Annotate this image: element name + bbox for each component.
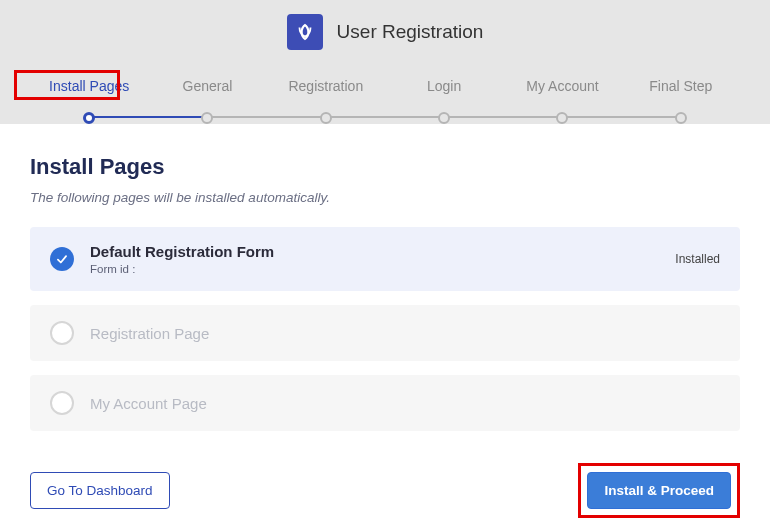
card-title: Registration Page (90, 325, 720, 342)
header-region: User Registration Install Pages General … (0, 0, 770, 124)
card-body: My Account Page (90, 395, 720, 412)
step-label: Final Step (649, 78, 712, 94)
step-dot-icon (438, 112, 450, 124)
page-card-default-registration: Default Registration Form Form id : Inst… (30, 227, 740, 291)
step-label: Install Pages (49, 78, 129, 94)
step-label: Login (427, 78, 461, 94)
page-card-registration-page: Registration Page (30, 305, 740, 361)
install-proceed-button[interactable]: Install & Proceed (587, 472, 731, 509)
app-title: User Registration (337, 21, 484, 43)
step-dot-icon (556, 112, 568, 124)
card-body: Default Registration Form Form id : (90, 243, 659, 275)
step-install-pages[interactable]: Install Pages (30, 78, 148, 124)
stepper: Install Pages General Registration Login… (0, 78, 770, 124)
card-title: My Account Page (90, 395, 720, 412)
app-logo (287, 14, 323, 50)
step-line (444, 116, 562, 118)
step-label: Registration (288, 78, 363, 94)
check-empty-icon (50, 321, 74, 345)
step-dot-icon (675, 112, 687, 124)
title-row: User Registration (0, 14, 770, 78)
step-dot-icon (83, 112, 95, 124)
step-line (89, 116, 207, 118)
footer: Go To Dashboard Install & Proceed (0, 445, 770, 518)
go-to-dashboard-button[interactable]: Go To Dashboard (30, 472, 170, 509)
tulip-icon (294, 21, 316, 43)
step-line (207, 116, 325, 118)
page-card-my-account-page: My Account Page (30, 375, 740, 431)
page-heading: Install Pages (30, 154, 740, 180)
step-line (562, 116, 680, 118)
card-title: Default Registration Form (90, 243, 659, 260)
card-subtext: Form id : (90, 263, 659, 275)
step-label: My Account (526, 78, 598, 94)
check-empty-icon (50, 391, 74, 415)
highlight-install-proceed: Install & Proceed (578, 463, 740, 518)
check-icon (50, 247, 74, 271)
step-dot-icon (320, 112, 332, 124)
card-body: Registration Page (90, 325, 720, 342)
card-status: Installed (675, 252, 720, 266)
step-line (326, 116, 444, 118)
step-dot-icon (201, 112, 213, 124)
content-region: Install Pages The following pages will b… (0, 124, 770, 431)
page-subtext: The following pages will be installed au… (30, 190, 740, 205)
step-label: General (183, 78, 233, 94)
